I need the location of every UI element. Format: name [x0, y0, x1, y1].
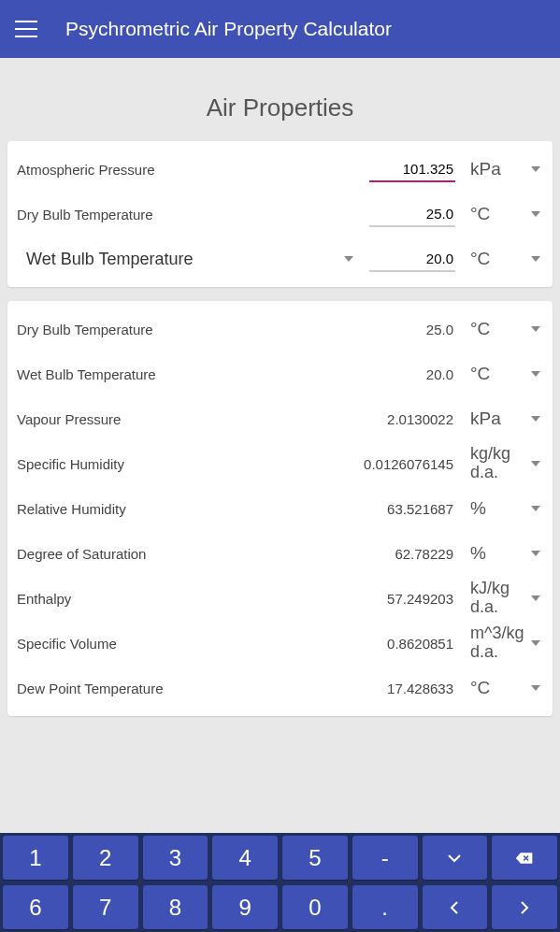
key-7[interactable]: 7 [73, 885, 138, 929]
pressure-input[interactable] [369, 157, 455, 182]
result-row: Specific Volume 0.8620851 m^3/kg d.a. [17, 621, 543, 666]
pressure-unit[interactable]: kPa [463, 159, 528, 179]
result-label: Specific Humidity [17, 456, 364, 472]
pressure-row: Atmospheric Pressure kPa [17, 147, 543, 192]
input-card: Atmospheric Pressure kPa Dry Bulb Temper… [7, 141, 553, 287]
dry-bulb-unit[interactable]: °C [463, 204, 528, 224]
result-value: 0.0126076145 [364, 456, 463, 472]
result-unit[interactable]: °C [463, 678, 528, 698]
wet-bulb-type-dropdown-icon[interactable] [339, 256, 358, 262]
wet-bulb-input[interactable] [369, 247, 455, 272]
key-4[interactable]: 4 [212, 836, 278, 880]
result-label: Wet Bulb Temperature [17, 366, 426, 382]
chevron-left-icon [445, 898, 464, 917]
result-value: 62.78229 [395, 546, 463, 562]
dry-bulb-label: Dry Bulb Temperature [17, 207, 369, 222]
key-5[interactable]: 5 [282, 836, 348, 880]
key-decimal[interactable]: . [352, 885, 418, 929]
result-unit[interactable]: °C [463, 364, 528, 384]
key-9[interactable]: 9 [212, 885, 278, 929]
result-row: Dry Bulb Temperature 25.0 °C [17, 307, 543, 351]
app-header: Psychrometric Air Property Calculator [0, 0, 560, 58]
result-unit-dropdown[interactable] [528, 685, 543, 691]
result-unit-dropdown[interactable] [528, 595, 543, 601]
result-label: Dry Bulb Temperature [17, 322, 426, 337]
wet-bulb-unit[interactable]: °C [463, 249, 528, 269]
keypad-row-1: 1 2 3 4 5 - [0, 833, 560, 882]
result-unit[interactable]: °C [463, 319, 528, 339]
result-unit[interactable]: kg/kg d.a. [463, 445, 528, 482]
result-label: Vapour Pressure [17, 411, 387, 427]
key-backspace[interactable] [492, 836, 557, 880]
key-2[interactable]: 2 [73, 836, 138, 880]
key-collapse[interactable] [423, 836, 488, 880]
results-card: Dry Bulb Temperature 25.0 °C Wet Bulb Te… [7, 301, 553, 716]
wet-bulb-unit-dropdown[interactable] [528, 256, 543, 262]
key-minus[interactable]: - [352, 836, 418, 880]
result-row: Vapour Pressure 2.0130022 kPa [17, 396, 543, 441]
menu-icon[interactable] [15, 18, 37, 40]
keypad-row-2: 6 7 8 9 0 . [0, 882, 560, 932]
result-label: Dew Point Temperature [17, 681, 387, 696]
main-content: Air Properties Atmospheric Pressure kPa … [0, 58, 560, 738]
backspace-icon [515, 849, 534, 867]
result-label: Degree of Saturation [17, 546, 395, 562]
key-next[interactable] [492, 885, 557, 929]
result-unit-dropdown[interactable] [528, 461, 543, 466]
result-value: 17.428633 [387, 681, 463, 696]
result-unit[interactable]: kPa [463, 409, 528, 429]
result-row: Wet Bulb Temperature 20.0 °C [17, 351, 543, 396]
dry-bulb-unit-dropdown[interactable] [528, 211, 543, 217]
key-1[interactable]: 1 [3, 836, 68, 880]
wet-bulb-type-select[interactable]: Wet Bulb Temperature [17, 250, 339, 269]
result-label: Relative Humidity [17, 501, 387, 517]
result-unit-dropdown[interactable] [528, 551, 543, 556]
result-value: 0.8620851 [387, 636, 463, 652]
result-row: Relative Humidity 63.521687 % [17, 486, 543, 531]
result-unit[interactable]: m^3/kg d.a. [463, 624, 528, 662]
result-unit[interactable]: % [463, 543, 528, 564]
key-3[interactable]: 3 [143, 836, 208, 880]
dry-bulb-input[interactable] [369, 202, 455, 227]
result-unit[interactable]: kJ/kg d.a. [463, 580, 528, 617]
result-unit[interactable]: % [463, 498, 528, 519]
result-unit-dropdown[interactable] [528, 640, 543, 646]
result-value: 2.0130022 [387, 411, 463, 427]
result-value: 25.0 [426, 322, 463, 337]
numeric-keypad: 1 2 3 4 5 - 6 7 8 9 0 . [0, 833, 560, 932]
result-label: Specific Volume [17, 636, 387, 652]
pressure-label: Atmospheric Pressure [17, 162, 369, 178]
result-row: Degree of Saturation 62.78229 % [17, 531, 543, 576]
result-value: 57.249203 [387, 591, 463, 607]
result-value: 20.0 [426, 366, 463, 382]
dry-bulb-row: Dry Bulb Temperature °C [17, 192, 543, 237]
chevron-right-icon [515, 898, 534, 917]
section-title: Air Properties [7, 93, 553, 122]
wet-bulb-row: Wet Bulb Temperature °C [17, 237, 543, 281]
chevron-down-icon [445, 849, 464, 867]
key-prev[interactable] [423, 885, 488, 929]
result-value: 63.521687 [387, 501, 463, 517]
pressure-unit-dropdown[interactable] [528, 166, 543, 172]
app-title: Psychrometric Air Property Calculator [65, 18, 392, 40]
result-unit-dropdown[interactable] [528, 371, 543, 377]
result-row: Specific Humidity 0.0126076145 kg/kg d.a… [17, 441, 543, 486]
key-8[interactable]: 8 [143, 885, 208, 929]
result-unit-dropdown[interactable] [528, 416, 543, 422]
result-row: Enthalpy 57.249203 kJ/kg d.a. [17, 576, 543, 621]
result-unit-dropdown[interactable] [528, 326, 543, 332]
result-unit-dropdown[interactable] [528, 506, 543, 511]
result-label: Enthalpy [17, 591, 387, 607]
result-row: Dew Point Temperature 17.428633 °C [17, 666, 543, 710]
key-6[interactable]: 6 [3, 885, 68, 929]
key-0[interactable]: 0 [282, 885, 348, 929]
